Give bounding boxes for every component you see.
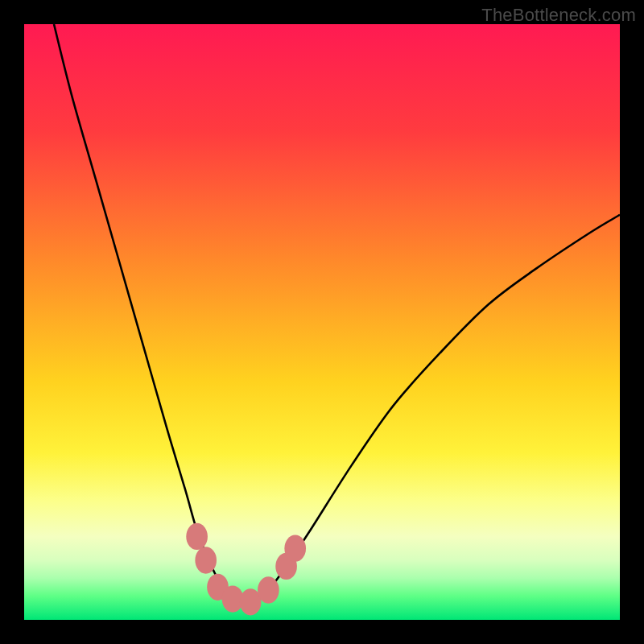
point-bottom-3 <box>258 576 279 603</box>
gradient-background <box>24 24 620 620</box>
point-right-2 <box>284 535 306 562</box>
point-left-1 <box>186 523 208 550</box>
point-left-2 <box>195 547 217 573</box>
watermark-text: TheBottleneck.com <box>481 5 636 26</box>
chart-frame: TheBottleneck.com <box>0 0 644 644</box>
bottleneck-chart <box>24 24 620 620</box>
